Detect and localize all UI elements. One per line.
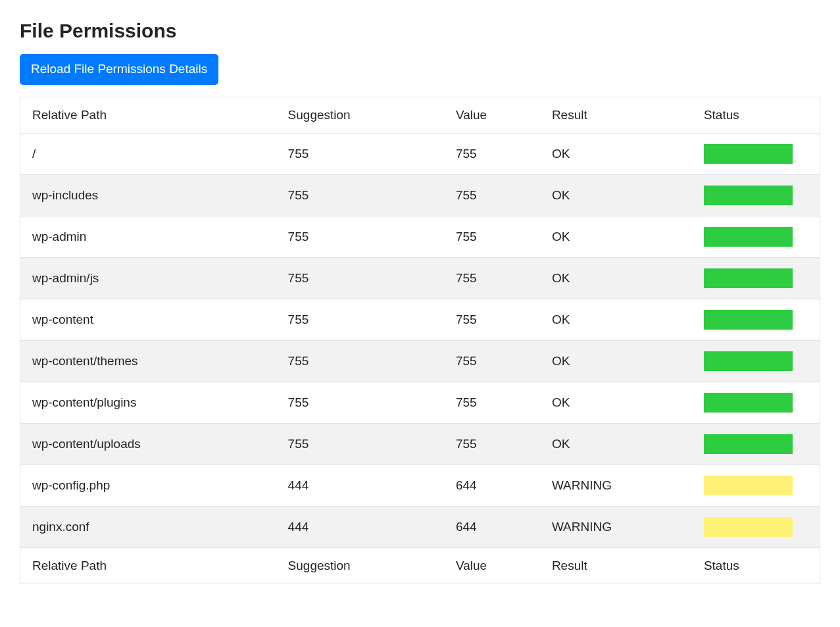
cell-value: 755 <box>444 257 540 299</box>
cell-status <box>692 340 820 382</box>
table-row: wp-content/plugins755755OK <box>20 382 820 423</box>
cell-result: OK <box>540 340 692 382</box>
status-indicator-ok <box>704 227 793 247</box>
footer-result: Result <box>540 547 692 584</box>
cell-value: 755 <box>444 423 540 464</box>
header-suggestion: Suggestion <box>276 97 444 133</box>
cell-relative-path: wp-includes <box>20 174 276 216</box>
status-indicator-ok <box>704 144 793 164</box>
cell-value: 755 <box>444 340 540 382</box>
cell-relative-path: wp-content/themes <box>20 340 276 382</box>
cell-value: 755 <box>444 299 540 340</box>
footer-relative-path: Relative Path <box>20 547 276 584</box>
table-row: nginx.conf444644WARNING <box>20 506 820 547</box>
cell-status <box>692 464 820 506</box>
cell-relative-path: / <box>20 133 276 174</box>
cell-relative-path: wp-admin/js <box>20 257 276 299</box>
cell-relative-path: wp-content/plugins <box>20 382 276 423</box>
table-row: wp-config.php444644WARNING <box>20 464 820 506</box>
table-row: wp-content/themes755755OK <box>20 340 820 382</box>
status-indicator-ok <box>704 310 793 330</box>
cell-status <box>692 382 820 423</box>
cell-suggestion: 755 <box>276 257 444 299</box>
cell-status <box>692 216 820 257</box>
cell-relative-path: wp-admin <box>20 216 276 257</box>
cell-suggestion: 755 <box>276 174 444 216</box>
cell-result: OK <box>540 257 692 299</box>
cell-suggestion: 755 <box>276 340 444 382</box>
table-row: wp-content/uploads755755OK <box>20 423 820 464</box>
footer-value: Value <box>444 547 540 584</box>
status-indicator-ok <box>704 186 793 205</box>
file-permissions-table: Relative Path Suggestion Value Result St… <box>20 97 820 584</box>
cell-value: 755 <box>444 174 540 216</box>
cell-value: 644 <box>444 506 540 547</box>
cell-value: 755 <box>444 133 540 174</box>
cell-suggestion: 755 <box>276 423 444 464</box>
footer-suggestion: Suggestion <box>276 547 444 584</box>
cell-suggestion: 755 <box>276 133 444 174</box>
cell-status <box>692 506 820 547</box>
cell-status <box>692 423 820 464</box>
cell-relative-path: nginx.conf <box>20 506 276 547</box>
cell-suggestion: 755 <box>276 382 444 423</box>
cell-result: OK <box>540 382 692 423</box>
cell-relative-path: wp-content/uploads <box>20 423 276 464</box>
footer-status: Status <box>692 547 820 584</box>
status-indicator-ok <box>704 434 793 454</box>
cell-suggestion: 755 <box>276 216 444 257</box>
header-relative-path: Relative Path <box>20 97 276 133</box>
cell-status <box>692 174 820 216</box>
cell-suggestion: 755 <box>276 299 444 340</box>
cell-result: WARNING <box>540 464 692 506</box>
cell-result: OK <box>540 299 692 340</box>
status-indicator-ok <box>704 351 793 371</box>
cell-status <box>692 257 820 299</box>
header-value: Value <box>444 97 540 133</box>
cell-value: 755 <box>444 216 540 257</box>
header-status: Status <box>692 97 820 133</box>
cell-result: OK <box>540 174 692 216</box>
cell-result: OK <box>540 216 692 257</box>
cell-relative-path: wp-config.php <box>20 464 276 506</box>
status-indicator-ok <box>704 268 793 288</box>
cell-suggestion: 444 <box>276 464 444 506</box>
table-row: wp-content755755OK <box>20 299 820 340</box>
cell-value: 644 <box>444 464 540 506</box>
status-indicator-warning <box>704 517 793 537</box>
table-row: wp-includes755755OK <box>20 174 820 216</box>
cell-result: WARNING <box>540 506 692 547</box>
cell-value: 755 <box>444 382 540 423</box>
cell-relative-path: wp-content <box>20 299 276 340</box>
cell-status <box>692 133 820 174</box>
cell-result: OK <box>540 133 692 174</box>
table-row: wp-admin755755OK <box>20 216 820 257</box>
status-indicator-warning <box>704 476 793 495</box>
cell-result: OK <box>540 423 692 464</box>
table-row: /755755OK <box>20 133 820 174</box>
cell-suggestion: 444 <box>276 506 444 547</box>
reload-button[interactable]: Reload File Permissions Details <box>20 54 218 85</box>
page-title: File Permissions <box>20 20 820 42</box>
table-row: wp-admin/js755755OK <box>20 257 820 299</box>
cell-status <box>692 299 820 340</box>
status-indicator-ok <box>704 393 793 413</box>
header-result: Result <box>540 97 692 133</box>
